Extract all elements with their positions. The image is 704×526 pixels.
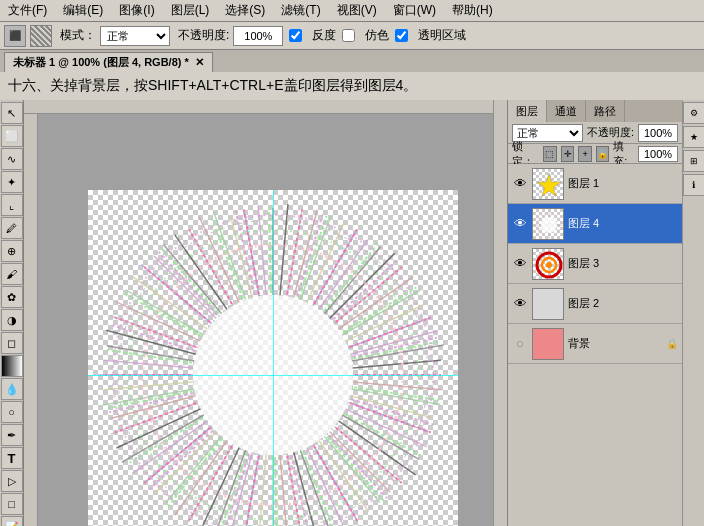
menu-edit[interactable]: 编辑(E) <box>59 2 107 19</box>
canvas-tab[interactable]: 未标器 1 @ 100% (图层 4, RGB/8) * ✕ <box>4 52 213 72</box>
mode-select[interactable]: 正常 正片叠底 滤色 <box>100 26 170 46</box>
svg-line-28 <box>153 432 216 495</box>
tool-gradient[interactable]: G <box>1 355 23 377</box>
tool-pen[interactable]: ✒ <box>1 424 23 446</box>
tab-paths[interactable]: 路径 <box>586 100 625 122</box>
tool-path[interactable]: ▷ <box>1 470 23 492</box>
tab-layers[interactable]: 图层 <box>508 100 547 122</box>
layer-2-visibility[interactable]: 👁 <box>512 296 528 312</box>
tool-history[interactable]: ◑ <box>1 309 23 331</box>
lock-position-icon[interactable]: + <box>578 146 592 162</box>
layer-3-name: 图层 3 <box>568 256 678 271</box>
tool-text[interactable]: T <box>1 447 23 469</box>
guide-vertical <box>273 190 274 526</box>
tab-close-icon[interactable]: ✕ <box>195 56 204 69</box>
right-icon-1[interactable]: ⚙ <box>683 102 705 124</box>
transparent-label: 透明区域 <box>418 27 466 44</box>
layer-bg-name: 背景 <box>568 336 662 351</box>
svg-line-12 <box>318 441 368 512</box>
svg-line-18 <box>279 455 287 526</box>
lock-checkerboard-icon[interactable]: ⬚ <box>543 146 557 162</box>
tool-lasso[interactable]: ∿ <box>1 148 23 170</box>
menu-filter[interactable]: 滤镜(T) <box>277 2 324 19</box>
svg-line-91 <box>354 387 439 400</box>
brush-options-icon[interactable] <box>30 25 52 47</box>
layer-1-visibility[interactable]: 👁 <box>512 176 528 192</box>
menu-file[interactable]: 文件(F) <box>4 2 51 19</box>
svg-rect-140 <box>533 329 564 360</box>
tool-blur[interactable]: 💧 <box>1 378 23 400</box>
svg-marker-126 <box>537 173 561 197</box>
layer-item-bg[interactable]: ○ 背景 🔒 <box>508 324 682 364</box>
layer-4-name: 图层 4 <box>568 216 678 231</box>
tool-magic[interactable]: ✦ <box>1 171 23 193</box>
panel-tabs: 图层 通道 路径 <box>508 100 682 122</box>
right-icon-2[interactable]: ★ <box>683 126 705 148</box>
svg-line-54 <box>258 206 266 295</box>
svg-line-95 <box>275 457 277 526</box>
layer-2-thumb <box>532 288 564 320</box>
canvas-container <box>88 190 458 526</box>
svg-line-92 <box>344 414 420 455</box>
tool-notes[interactable]: 📝 <box>1 516 23 526</box>
svg-line-47 <box>163 245 221 314</box>
layers-panel: 图层 通道 路径 正常 正片叠底 滤色 不透明度: 锁定： ⬚ ✛ + <box>507 100 682 526</box>
opacity-input[interactable] <box>638 124 678 142</box>
menu-select[interactable]: 选择(S) <box>221 2 269 19</box>
canvas-area[interactable] <box>24 100 507 526</box>
layer-bg-visibility[interactable]: ○ <box>512 336 528 352</box>
menu-help[interactable]: 帮助(H) <box>448 2 497 19</box>
tool-dodge[interactable]: ○ <box>1 401 23 423</box>
layer-item-1[interactable]: 👁 图层 1 <box>508 164 682 204</box>
tool-options-icon[interactable]: ⬛ <box>4 25 26 47</box>
svg-line-63 <box>324 247 380 314</box>
checkbox-transparent[interactable] <box>395 29 408 42</box>
svg-line-31 <box>121 415 203 462</box>
svg-line-42 <box>116 302 200 341</box>
checkbox-fantu[interactable] <box>289 29 302 42</box>
tool-eraser[interactable]: ◻ <box>1 332 23 354</box>
svg-line-10 <box>329 432 390 493</box>
svg-point-135 <box>541 217 557 233</box>
checkbox-fangse[interactable] <box>342 29 355 42</box>
layer-item-2[interactable]: 👁 图层 2 <box>508 284 682 324</box>
svg-line-5 <box>348 402 428 431</box>
ruler-horizontal <box>24 100 493 114</box>
layer-bg-lock-icon: 🔒 <box>666 338 678 349</box>
menu-window[interactable]: 窗口(W) <box>389 2 440 19</box>
svg-line-115 <box>112 325 194 350</box>
tool-heal[interactable]: ⊕ <box>1 240 23 262</box>
layer-1-thumb <box>532 168 564 200</box>
menu-image[interactable]: 图像(I) <box>115 2 158 19</box>
menu-layer[interactable]: 图层(L) <box>167 2 214 19</box>
lock-move-icon[interactable]: ✛ <box>561 146 575 162</box>
opacity-input[interactable] <box>233 26 283 46</box>
tool-eyedrop[interactable]: 🖉 <box>1 217 23 239</box>
tool-marquee[interactable]: ⬜ <box>1 125 23 147</box>
tool-shape[interactable]: □ <box>1 493 23 515</box>
layer-4-thumb <box>532 208 564 240</box>
vertical-scrollbar[interactable] <box>493 100 507 526</box>
lock-all-icon[interactable]: 🔒 <box>596 146 610 162</box>
right-icon-4[interactable]: ℹ <box>683 174 705 196</box>
instruction-bar: 十六、关掉背景层，按SHIFT+ALT+CTRL+E盖印图层得到图层4。 <box>0 72 704 100</box>
tool-crop[interactable]: ⌞ <box>1 194 23 216</box>
layer-3-visibility[interactable]: 👁 <box>512 256 528 272</box>
tab-channels[interactable]: 通道 <box>547 100 586 122</box>
instruction-text: 十六、关掉背景层，按SHIFT+ALT+CTRL+E盖印图层得到图层4。 <box>8 77 417 95</box>
fill-input[interactable] <box>638 146 678 162</box>
svg-line-94 <box>302 451 333 526</box>
tool-clone[interactable]: ✿ <box>1 286 23 308</box>
layer-4-visibility[interactable]: 👁 <box>512 216 528 232</box>
svg-line-21 <box>243 454 259 526</box>
mode-label: 模式： <box>60 27 96 44</box>
svg-line-32 <box>116 409 200 448</box>
tool-brush[interactable]: 🖌 <box>1 263 23 285</box>
tool-move[interactable]: ↖ <box>1 102 23 124</box>
right-icon-3[interactable]: ⊞ <box>683 150 705 172</box>
layer-3-thumb <box>532 248 564 280</box>
menu-view[interactable]: 视图(V) <box>333 2 381 19</box>
layer-item-4[interactable]: 👁 <box>508 204 682 244</box>
layer-item-3[interactable]: 👁 图层 3 <box>508 244 682 284</box>
svg-line-109 <box>351 399 433 424</box>
